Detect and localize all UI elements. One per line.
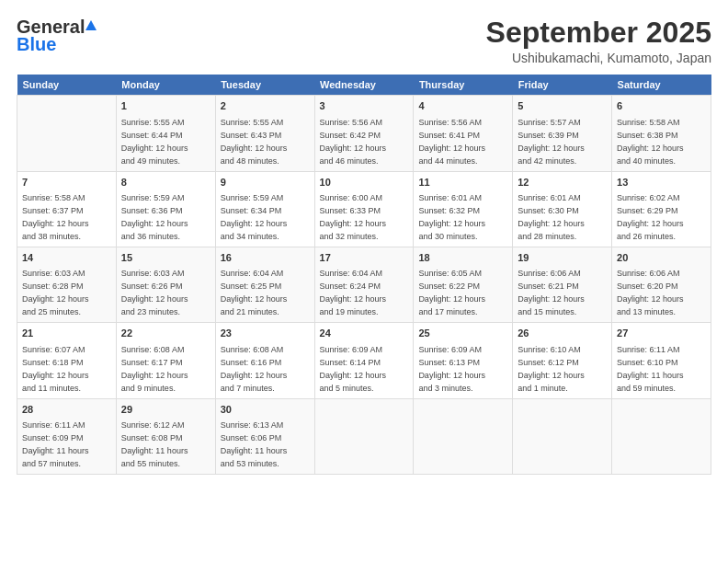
- day-detail: Sunrise: 6:13 AM Sunset: 6:06 PM Dayligh…: [221, 420, 288, 468]
- day-detail: Sunrise: 5:56 AM Sunset: 6:41 PM Dayligh…: [418, 118, 485, 166]
- day-header-sunday: Sunday: [17, 75, 117, 96]
- calendar-cell: 6Sunrise: 5:58 AM Sunset: 6:38 PM Daylig…: [612, 96, 711, 171]
- calendar-cell: 27Sunrise: 6:11 AM Sunset: 6:10 PM Dayli…: [612, 323, 711, 398]
- calendar-cell: 30Sunrise: 6:13 AM Sunset: 6:06 PM Dayli…: [215, 398, 314, 474]
- calendar-cell: 8Sunrise: 5:59 AM Sunset: 6:36 PM Daylig…: [116, 171, 215, 247]
- calendar-header-row: SundayMondayTuesdayWednesdayThursdayFrid…: [17, 75, 711, 96]
- day-detail: Sunrise: 6:09 AM Sunset: 6:14 PM Dayligh…: [320, 345, 387, 393]
- day-number: 12: [518, 176, 607, 190]
- week-row-3: 14Sunrise: 6:03 AM Sunset: 6:28 PM Dayli…: [17, 247, 711, 322]
- calendar-cell: 29Sunrise: 6:12 AM Sunset: 6:08 PM Dayli…: [116, 398, 215, 474]
- calendar-cell: 4Sunrise: 5:56 AM Sunset: 6:41 PM Daylig…: [414, 96, 513, 171]
- calendar-cell: [414, 398, 513, 474]
- calendar-table: SundayMondayTuesdayWednesdayThursdayFrid…: [17, 75, 711, 475]
- day-number: 8: [121, 176, 210, 190]
- day-detail: Sunrise: 6:08 AM Sunset: 6:16 PM Dayligh…: [221, 345, 288, 393]
- day-header-thursday: Thursday: [414, 75, 513, 96]
- day-detail: Sunrise: 6:01 AM Sunset: 6:32 PM Dayligh…: [418, 193, 485, 241]
- calendar-cell: [17, 96, 117, 171]
- day-detail: Sunrise: 6:11 AM Sunset: 6:09 PM Dayligh…: [22, 420, 89, 468]
- day-number: 29: [121, 403, 210, 417]
- calendar-cell: [513, 398, 612, 474]
- day-detail: Sunrise: 6:04 AM Sunset: 6:24 PM Dayligh…: [320, 269, 387, 316]
- day-number: 2: [221, 99, 310, 113]
- day-detail: Sunrise: 6:07 AM Sunset: 6:18 PM Dayligh…: [22, 345, 89, 393]
- day-header-friday: Friday: [513, 75, 612, 96]
- day-number: 26: [518, 327, 607, 340]
- title-block: September 2025 Ushibukamachi, Kumamoto, …: [486, 17, 711, 65]
- month-title: September 2025: [486, 17, 711, 49]
- day-detail: Sunrise: 5:59 AM Sunset: 6:34 PM Dayligh…: [221, 193, 288, 241]
- day-number: 5: [518, 99, 607, 113]
- calendar-cell: 12Sunrise: 6:01 AM Sunset: 6:30 PM Dayli…: [513, 171, 612, 247]
- day-number: 27: [617, 327, 706, 340]
- calendar-cell: 24Sunrise: 6:09 AM Sunset: 6:14 PM Dayli…: [314, 323, 414, 398]
- day-number: 7: [22, 176, 111, 190]
- calendar-cell: 13Sunrise: 6:02 AM Sunset: 6:29 PM Dayli…: [612, 171, 711, 247]
- logo-blue: Blue: [17, 34, 56, 55]
- calendar-cell: 10Sunrise: 6:00 AM Sunset: 6:33 PM Dayli…: [314, 171, 414, 247]
- week-row-1: 1Sunrise: 5:55 AM Sunset: 6:44 PM Daylig…: [17, 96, 711, 171]
- calendar-cell: 23Sunrise: 6:08 AM Sunset: 6:16 PM Dayli…: [215, 323, 314, 398]
- day-number: 20: [617, 251, 706, 265]
- day-detail: Sunrise: 6:09 AM Sunset: 6:13 PM Dayligh…: [418, 345, 485, 393]
- day-detail: Sunrise: 6:02 AM Sunset: 6:29 PM Dayligh…: [617, 193, 684, 241]
- day-number: 6: [617, 99, 706, 113]
- day-number: 9: [221, 176, 310, 190]
- day-number: 30: [221, 403, 310, 417]
- day-number: 3: [320, 99, 409, 113]
- day-number: 23: [221, 327, 310, 340]
- day-detail: Sunrise: 6:04 AM Sunset: 6:25 PM Dayligh…: [221, 269, 288, 316]
- day-detail: Sunrise: 6:03 AM Sunset: 6:28 PM Dayligh…: [22, 269, 89, 316]
- day-number: 18: [418, 251, 507, 265]
- calendar-cell: 3Sunrise: 5:56 AM Sunset: 6:42 PM Daylig…: [314, 96, 414, 171]
- day-number: 25: [418, 327, 507, 340]
- location: Ushibukamachi, Kumamoto, Japan: [486, 51, 711, 65]
- day-number: 13: [617, 176, 706, 190]
- logo: General Blue: [17, 17, 97, 55]
- calendar-cell: 9Sunrise: 5:59 AM Sunset: 6:34 PM Daylig…: [215, 171, 314, 247]
- day-number: 10: [320, 176, 409, 190]
- calendar-cell: 21Sunrise: 6:07 AM Sunset: 6:18 PM Dayli…: [17, 323, 117, 398]
- week-row-2: 7Sunrise: 5:58 AM Sunset: 6:37 PM Daylig…: [17, 171, 711, 247]
- day-number: 22: [121, 327, 210, 340]
- day-detail: Sunrise: 6:03 AM Sunset: 6:26 PM Dayligh…: [121, 269, 188, 316]
- day-number: 17: [320, 251, 409, 265]
- day-detail: Sunrise: 5:58 AM Sunset: 6:38 PM Dayligh…: [617, 118, 684, 166]
- calendar-cell: 1Sunrise: 5:55 AM Sunset: 6:44 PM Daylig…: [116, 96, 215, 171]
- day-detail: Sunrise: 6:06 AM Sunset: 6:21 PM Dayligh…: [518, 269, 585, 316]
- day-detail: Sunrise: 6:05 AM Sunset: 6:22 PM Dayligh…: [418, 269, 485, 316]
- day-detail: Sunrise: 6:06 AM Sunset: 6:20 PM Dayligh…: [617, 269, 684, 316]
- day-number: 16: [221, 251, 310, 265]
- day-header-wednesday: Wednesday: [314, 75, 414, 96]
- day-header-saturday: Saturday: [612, 75, 711, 96]
- day-number: 14: [22, 251, 111, 265]
- day-number: 1: [121, 99, 210, 113]
- calendar-cell: 22Sunrise: 6:08 AM Sunset: 6:17 PM Dayli…: [116, 323, 215, 398]
- calendar-cell: 5Sunrise: 5:57 AM Sunset: 6:39 PM Daylig…: [513, 96, 612, 171]
- day-detail: Sunrise: 6:00 AM Sunset: 6:33 PM Dayligh…: [320, 193, 387, 241]
- calendar-cell: 18Sunrise: 6:05 AM Sunset: 6:22 PM Dayli…: [414, 247, 513, 322]
- week-row-5: 28Sunrise: 6:11 AM Sunset: 6:09 PM Dayli…: [17, 398, 711, 474]
- day-header-monday: Monday: [116, 75, 215, 96]
- day-number: 28: [22, 403, 111, 417]
- calendar-cell: 26Sunrise: 6:10 AM Sunset: 6:12 PM Dayli…: [513, 323, 612, 398]
- day-header-tuesday: Tuesday: [215, 75, 314, 96]
- day-detail: Sunrise: 5:57 AM Sunset: 6:39 PM Dayligh…: [518, 118, 585, 166]
- calendar-cell: 2Sunrise: 5:55 AM Sunset: 6:43 PM Daylig…: [215, 96, 314, 171]
- calendar-cell: 14Sunrise: 6:03 AM Sunset: 6:28 PM Dayli…: [17, 247, 117, 322]
- day-detail: Sunrise: 5:55 AM Sunset: 6:44 PM Dayligh…: [121, 118, 188, 166]
- day-detail: Sunrise: 5:59 AM Sunset: 6:36 PM Dayligh…: [121, 193, 188, 241]
- calendar-cell: [612, 398, 711, 474]
- day-number: 15: [121, 251, 210, 265]
- day-detail: Sunrise: 6:08 AM Sunset: 6:17 PM Dayligh…: [121, 345, 188, 393]
- header: General Blue September 2025 Ushibukamach…: [17, 17, 711, 65]
- day-number: 11: [418, 176, 507, 190]
- day-detail: Sunrise: 6:12 AM Sunset: 6:08 PM Dayligh…: [121, 420, 188, 468]
- calendar-cell: 11Sunrise: 6:01 AM Sunset: 6:32 PM Dayli…: [414, 171, 513, 247]
- calendar-cell: 28Sunrise: 6:11 AM Sunset: 6:09 PM Dayli…: [17, 398, 117, 474]
- calendar-cell: [314, 398, 414, 474]
- day-detail: Sunrise: 6:01 AM Sunset: 6:30 PM Dayligh…: [518, 193, 585, 241]
- calendar-cell: 15Sunrise: 6:03 AM Sunset: 6:26 PM Dayli…: [116, 247, 215, 322]
- day-detail: Sunrise: 6:11 AM Sunset: 6:10 PM Dayligh…: [617, 345, 684, 393]
